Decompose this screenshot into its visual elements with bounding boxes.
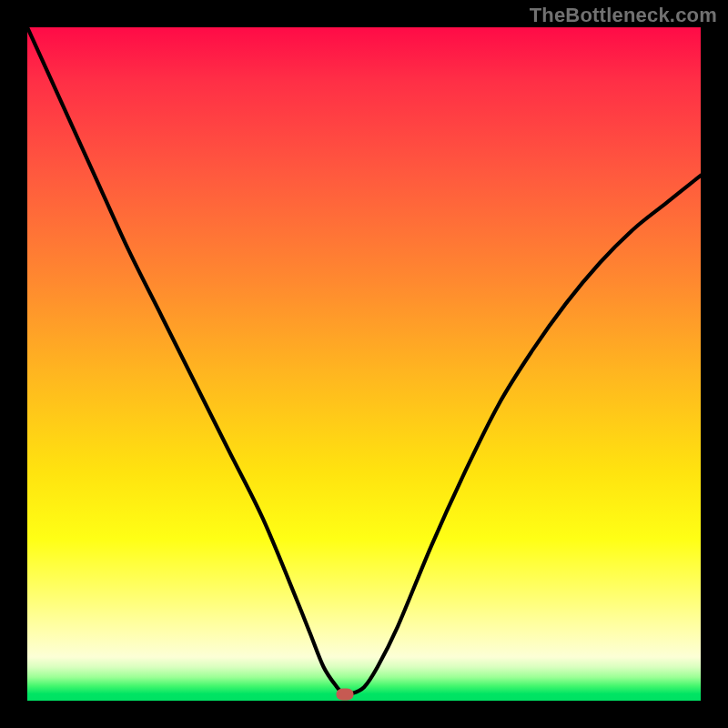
optimal-point-marker	[337, 689, 354, 701]
bottleneck-curve	[27, 27, 701, 701]
chart-frame: TheBottleneck.com	[0, 0, 728, 728]
plot-area	[27, 27, 701, 701]
watermark-text: TheBottleneck.com	[530, 4, 717, 27]
